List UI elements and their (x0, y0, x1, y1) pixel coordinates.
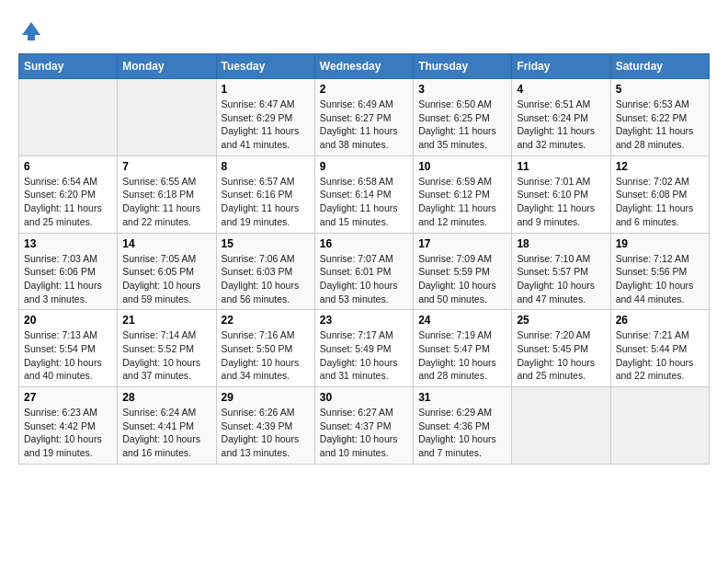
sunrise-label: Sunrise: 7:07 AM (320, 253, 393, 264)
daylight-label: Daylight: 10 hours and 13 minutes. (222, 433, 300, 458)
day-number: 24 (418, 314, 506, 327)
calendar-cell: 3 Sunrise: 6:50 AM Sunset: 6:25 PM Dayli… (414, 79, 512, 156)
day-number: 20 (24, 314, 112, 327)
daylight-label: Daylight: 11 hours and 28 minutes. (616, 125, 694, 150)
day-number: 9 (320, 160, 408, 173)
sunset-label: Sunset: 4:41 PM (122, 420, 194, 431)
daylight-label: Daylight: 11 hours and 32 minutes. (517, 125, 595, 150)
weekday-header-saturday: Saturday (610, 54, 709, 79)
sunrise-label: Sunrise: 6:29 AM (418, 407, 492, 418)
weekday-header-thursday: Thursday (414, 54, 512, 79)
calendar-cell: 13 Sunrise: 7:03 AM Sunset: 6:06 PM Dayl… (19, 233, 118, 310)
calendar-cell: 19 Sunrise: 7:12 AM Sunset: 5:56 PM Dayl… (610, 233, 709, 310)
day-info: Sunrise: 7:13 AM Sunset: 5:54 PM Dayligh… (24, 328, 112, 383)
daylight-label: Daylight: 10 hours and 53 minutes. (320, 280, 398, 304)
weekday-header-sunday: Sunday (19, 54, 118, 79)
sunset-label: Sunset: 6:03 PM (222, 266, 293, 277)
calendar-cell: 28 Sunrise: 6:24 AM Sunset: 4:41 PM Dayl… (118, 387, 216, 465)
day-number: 5 (616, 83, 704, 96)
sunrise-label: Sunrise: 6:47 AM (222, 98, 295, 109)
week-row-2: 6 Sunrise: 6:54 AM Sunset: 6:20 PM Dayli… (19, 155, 710, 233)
day-info: Sunrise: 6:49 AM Sunset: 6:27 PM Dayligh… (320, 98, 408, 152)
day-number: 27 (24, 391, 112, 404)
logo (18, 18, 48, 44)
day-number: 12 (616, 160, 704, 173)
day-info: Sunrise: 6:51 AM Sunset: 6:24 PM Dayligh… (517, 98, 605, 152)
day-number: 2 (320, 83, 408, 96)
daylight-label: Daylight: 10 hours and 56 minutes. (222, 280, 300, 304)
day-info: Sunrise: 6:58 AM Sunset: 6:14 PM Dayligh… (320, 175, 408, 229)
day-info: Sunrise: 6:24 AM Sunset: 4:41 PM Dayligh… (122, 406, 210, 460)
day-info: Sunrise: 7:05 AM Sunset: 6:05 PM Dayligh… (122, 252, 210, 306)
sunset-label: Sunset: 6:06 PM (24, 266, 96, 277)
sunset-label: Sunset: 5:50 PM (222, 343, 293, 354)
week-row-5: 27 Sunrise: 6:23 AM Sunset: 4:42 PM Dayl… (19, 387, 710, 465)
day-info: Sunrise: 7:21 AM Sunset: 5:44 PM Dayligh… (616, 328, 704, 383)
daylight-label: Daylight: 11 hours and 35 minutes. (418, 125, 496, 150)
sunrise-label: Sunrise: 7:17 AM (320, 329, 393, 340)
sunset-label: Sunset: 6:10 PM (517, 189, 588, 200)
sunset-label: Sunset: 4:42 PM (24, 420, 96, 431)
day-info: Sunrise: 7:03 AM Sunset: 6:06 PM Dayligh… (24, 252, 112, 306)
sunset-label: Sunset: 6:22 PM (616, 112, 688, 123)
day-info: Sunrise: 6:27 AM Sunset: 4:37 PM Dayligh… (320, 406, 408, 460)
sunset-label: Sunset: 4:36 PM (418, 420, 490, 431)
weekday-header-wednesday: Wednesday (314, 54, 413, 79)
day-info: Sunrise: 6:29 AM Sunset: 4:36 PM Dayligh… (418, 406, 506, 460)
weekday-header-tuesday: Tuesday (216, 54, 314, 79)
sunset-label: Sunset: 6:16 PM (222, 189, 293, 200)
day-number: 18 (517, 237, 605, 250)
day-number: 15 (222, 237, 310, 250)
daylight-label: Daylight: 11 hours and 12 minutes. (418, 202, 496, 227)
day-info: Sunrise: 7:19 AM Sunset: 5:47 PM Dayligh… (418, 328, 506, 383)
daylight-label: Daylight: 10 hours and 34 minutes. (222, 357, 300, 382)
day-number: 30 (320, 391, 408, 404)
sunrise-label: Sunrise: 7:06 AM (222, 253, 295, 264)
sunset-label: Sunset: 5:57 PM (517, 266, 588, 277)
daylight-label: Daylight: 10 hours and 40 minutes. (24, 357, 102, 382)
calendar-cell: 29 Sunrise: 6:26 AM Sunset: 4:39 PM Dayl… (216, 387, 314, 465)
calendar-cell: 14 Sunrise: 7:05 AM Sunset: 6:05 PM Dayl… (118, 233, 216, 310)
sunset-label: Sunset: 6:14 PM (320, 189, 392, 200)
sunrise-label: Sunrise: 7:01 AM (517, 176, 590, 187)
day-number: 22 (222, 314, 310, 327)
page-header (18, 18, 710, 44)
day-info: Sunrise: 7:07 AM Sunset: 6:01 PM Dayligh… (320, 252, 408, 306)
day-number: 23 (320, 314, 408, 327)
sunrise-label: Sunrise: 7:16 AM (222, 329, 295, 340)
day-info: Sunrise: 7:12 AM Sunset: 5:56 PM Dayligh… (616, 252, 704, 306)
daylight-label: Daylight: 11 hours and 22 minutes. (122, 202, 200, 227)
sunset-label: Sunset: 5:49 PM (320, 343, 392, 354)
sunrise-label: Sunrise: 6:59 AM (418, 176, 492, 187)
sunset-label: Sunset: 5:56 PM (616, 266, 688, 277)
calendar-cell: 16 Sunrise: 7:07 AM Sunset: 6:01 PM Dayl… (314, 233, 413, 310)
calendar-cell: 1 Sunrise: 6:47 AM Sunset: 6:29 PM Dayli… (216, 79, 314, 156)
daylight-label: Daylight: 11 hours and 19 minutes. (222, 202, 300, 227)
day-info: Sunrise: 7:17 AM Sunset: 5:49 PM Dayligh… (320, 328, 408, 383)
sunrise-label: Sunrise: 6:51 AM (517, 98, 590, 109)
sunrise-label: Sunrise: 7:14 AM (122, 329, 196, 340)
calendar-cell: 10 Sunrise: 6:59 AM Sunset: 6:12 PM Dayl… (414, 155, 512, 233)
day-info: Sunrise: 6:59 AM Sunset: 6:12 PM Dayligh… (418, 175, 506, 229)
day-number: 11 (517, 160, 605, 173)
sunrise-label: Sunrise: 7:03 AM (24, 253, 97, 264)
calendar-cell (610, 387, 709, 465)
sunset-label: Sunset: 4:39 PM (222, 420, 293, 431)
sunset-label: Sunset: 6:12 PM (418, 189, 490, 200)
sunset-label: Sunset: 5:59 PM (418, 266, 490, 277)
calendar-table: SundayMondayTuesdayWednesdayThursdayFrid… (18, 53, 710, 465)
sunrise-label: Sunrise: 6:55 AM (122, 176, 196, 187)
daylight-label: Daylight: 10 hours and 19 minutes. (24, 433, 102, 458)
calendar-cell: 5 Sunrise: 6:53 AM Sunset: 6:22 PM Dayli… (610, 79, 709, 156)
calendar-cell: 4 Sunrise: 6:51 AM Sunset: 6:24 PM Dayli… (512, 79, 610, 156)
calendar-header: SundayMondayTuesdayWednesdayThursdayFrid… (19, 54, 710, 79)
week-row-3: 13 Sunrise: 7:03 AM Sunset: 6:06 PM Dayl… (19, 233, 710, 310)
weekday-header-friday: Friday (512, 54, 610, 79)
calendar-cell (118, 79, 216, 156)
day-number: 28 (122, 391, 210, 404)
sunrise-label: Sunrise: 7:02 AM (616, 176, 689, 187)
calendar-cell: 8 Sunrise: 6:57 AM Sunset: 6:16 PM Dayli… (216, 155, 314, 233)
sunset-label: Sunset: 6:27 PM (320, 112, 392, 123)
day-info: Sunrise: 7:16 AM Sunset: 5:50 PM Dayligh… (222, 328, 310, 383)
sunset-label: Sunset: 6:24 PM (517, 112, 588, 123)
